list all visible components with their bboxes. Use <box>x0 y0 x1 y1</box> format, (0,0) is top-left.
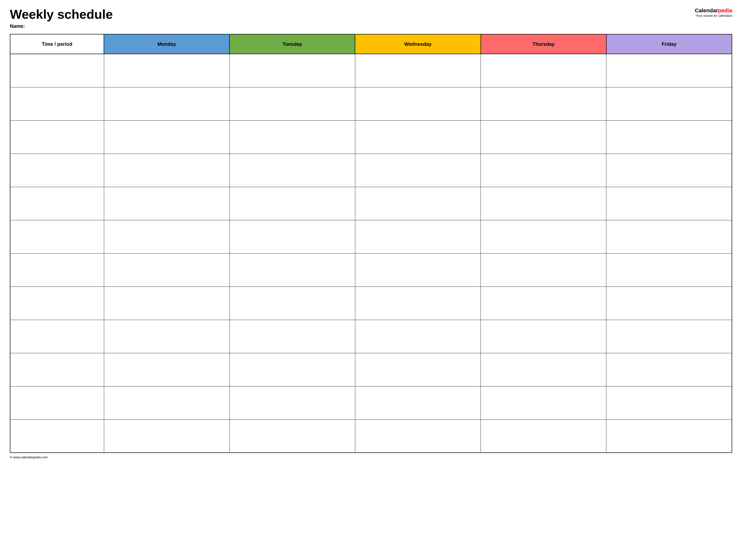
schedule-cell[interactable] <box>355 54 481 87</box>
schedule-cell[interactable] <box>229 386 355 419</box>
schedule-cell[interactable] <box>229 54 355 87</box>
schedule-cell[interactable] <box>104 386 229 419</box>
page-title: Weekly schedule <box>10 7 113 21</box>
table-row <box>10 386 732 419</box>
time-cell[interactable] <box>10 253 104 286</box>
schedule-cell[interactable] <box>481 120 606 154</box>
schedule-cell[interactable] <box>606 286 732 320</box>
schedule-cell[interactable] <box>229 187 355 220</box>
schedule-cell[interactable] <box>481 187 606 220</box>
schedule-cell[interactable] <box>606 253 732 286</box>
schedule-cell[interactable] <box>606 154 732 187</box>
footer: © www.calendarpedia.com <box>10 455 732 459</box>
schedule-cell[interactable] <box>104 120 229 154</box>
title-area: Weekly schedule Name: <box>10 7 113 29</box>
table-row <box>10 286 732 320</box>
schedule-cell[interactable] <box>481 286 606 320</box>
schedule-cell[interactable] <box>355 286 481 320</box>
table-row <box>10 120 732 154</box>
table-row <box>10 253 732 286</box>
time-cell[interactable] <box>10 54 104 87</box>
footer-url: © www.calendarpedia.com <box>10 455 48 459</box>
time-cell[interactable] <box>10 353 104 386</box>
schedule-cell[interactable] <box>104 353 229 386</box>
schedule-cell[interactable] <box>229 286 355 320</box>
schedule-cell[interactable] <box>229 154 355 187</box>
table-row <box>10 353 732 386</box>
header-time: Time / period <box>10 34 104 54</box>
logo-pedia-text: pedia <box>718 7 732 13</box>
schedule-cell[interactable] <box>104 220 229 253</box>
schedule-cell[interactable] <box>481 419 606 453</box>
schedule-cell[interactable] <box>355 419 481 453</box>
schedule-cell[interactable] <box>229 253 355 286</box>
table-row <box>10 54 732 87</box>
schedule-cell[interactable] <box>104 187 229 220</box>
schedule-cell[interactable] <box>606 353 732 386</box>
time-cell[interactable] <box>10 386 104 419</box>
table-row <box>10 220 732 253</box>
schedule-cell[interactable] <box>606 120 732 154</box>
schedule-cell[interactable] <box>606 54 732 87</box>
schedule-cell[interactable] <box>481 154 606 187</box>
schedule-cell[interactable] <box>229 419 355 453</box>
schedule-cell[interactable] <box>355 253 481 286</box>
table-row <box>10 320 732 353</box>
schedule-table: Time / period Monday Tuesday Wednesday T… <box>10 34 732 453</box>
schedule-cell[interactable] <box>355 187 481 220</box>
schedule-cell[interactable] <box>355 386 481 419</box>
schedule-cell[interactable] <box>104 154 229 187</box>
schedule-cell[interactable] <box>229 353 355 386</box>
header-monday: Monday <box>104 34 229 54</box>
schedule-cell[interactable] <box>606 87 732 120</box>
logo-calendar-text: Calendar <box>695 7 718 13</box>
schedule-cell[interactable] <box>104 419 229 453</box>
time-cell[interactable] <box>10 220 104 253</box>
header-friday: Friday <box>606 34 732 54</box>
logo-tagline: Your source for calendars <box>695 14 732 18</box>
schedule-cell[interactable] <box>481 320 606 353</box>
schedule-cell[interactable] <box>229 220 355 253</box>
schedule-cell[interactable] <box>481 353 606 386</box>
table-row <box>10 87 732 120</box>
schedule-cell[interactable] <box>104 253 229 286</box>
schedule-cell[interactable] <box>355 87 481 120</box>
schedule-cell[interactable] <box>606 187 732 220</box>
schedule-cell[interactable] <box>229 120 355 154</box>
schedule-cell[interactable] <box>355 353 481 386</box>
schedule-cell[interactable] <box>481 54 606 87</box>
schedule-cell[interactable] <box>481 220 606 253</box>
schedule-cell[interactable] <box>606 386 732 419</box>
schedule-cell[interactable] <box>606 320 732 353</box>
schedule-cell[interactable] <box>229 320 355 353</box>
table-row <box>10 154 732 187</box>
table-header-row: Time / period Monday Tuesday Wednesday T… <box>10 34 732 54</box>
time-cell[interactable] <box>10 187 104 220</box>
time-cell[interactable] <box>10 87 104 120</box>
schedule-cell[interactable] <box>104 286 229 320</box>
schedule-cell[interactable] <box>481 386 606 419</box>
schedule-cell[interactable] <box>104 87 229 120</box>
time-cell[interactable] <box>10 286 104 320</box>
time-cell[interactable] <box>10 120 104 154</box>
schedule-cell[interactable] <box>481 87 606 120</box>
schedule-cell[interactable] <box>355 220 481 253</box>
header-section: Weekly schedule Name: Calendarpedia Your… <box>10 7 732 29</box>
logo-text: Calendarpedia <box>695 7 732 14</box>
schedule-cell[interactable] <box>104 320 229 353</box>
table-row <box>10 419 732 453</box>
schedule-cell[interactable] <box>355 320 481 353</box>
time-cell[interactable] <box>10 419 104 453</box>
name-label: Name: <box>10 23 113 29</box>
schedule-cell[interactable] <box>104 54 229 87</box>
schedule-cell[interactable] <box>481 253 606 286</box>
schedule-cell[interactable] <box>229 87 355 120</box>
header-wednesday: Wednesday <box>355 34 481 54</box>
schedule-cell[interactable] <box>606 419 732 453</box>
time-cell[interactable] <box>10 154 104 187</box>
time-cell[interactable] <box>10 320 104 353</box>
page-container: Weekly schedule Name: Calendarpedia Your… <box>10 7 732 459</box>
schedule-cell[interactable] <box>355 154 481 187</box>
schedule-cell[interactable] <box>606 220 732 253</box>
schedule-cell[interactable] <box>355 120 481 154</box>
